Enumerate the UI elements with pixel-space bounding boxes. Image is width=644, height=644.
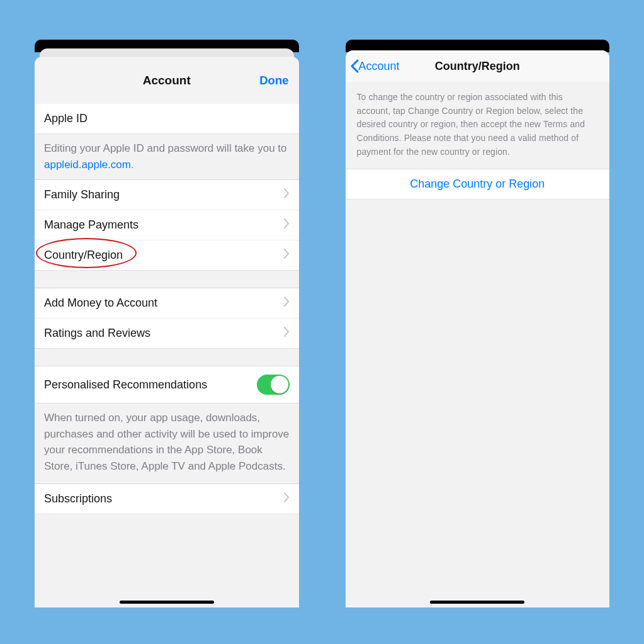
page-title: Country/Region bbox=[435, 60, 520, 73]
phone-account: Account Done Apple ID Editing your Apple… bbox=[35, 41, 299, 607]
chevron-left-icon bbox=[349, 59, 359, 73]
manage-payments-label: Manage Payments bbox=[44, 218, 138, 232]
phone-country-region: Account Country/Region To change the cou… bbox=[346, 41, 610, 607]
home-indicator[interactable] bbox=[120, 601, 214, 604]
nav-header: Account Country/Region bbox=[346, 50, 610, 82]
chevron-right-icon bbox=[284, 297, 290, 310]
modal-header: Account Done bbox=[35, 57, 299, 104]
family-sharing-row[interactable]: Family Sharing bbox=[35, 179, 299, 210]
subscriptions-label: Subscriptions bbox=[44, 492, 112, 506]
personalised-recs-row[interactable]: Personalised Recommendations bbox=[35, 366, 299, 404]
country-region-content: To change the country or region associat… bbox=[346, 82, 610, 607]
subscriptions-row[interactable]: Subscriptions bbox=[35, 483, 299, 514]
personalised-recs-toggle[interactable] bbox=[257, 375, 290, 395]
country-region-screen: Account Country/Region To change the cou… bbox=[346, 50, 610, 607]
back-button[interactable]: Account bbox=[349, 59, 400, 73]
apple-id-label: Apple ID bbox=[44, 112, 88, 125]
personalised-recs-description: When turned on, your app usage, download… bbox=[35, 404, 299, 482]
account-screen: Account Done Apple ID Editing your Apple… bbox=[35, 57, 299, 607]
personalised-recs-label: Personalised Recommendations bbox=[44, 378, 207, 392]
apple-id-link[interactable]: appleid.apple.com bbox=[44, 159, 131, 171]
ratings-reviews-label: Ratings and Reviews bbox=[44, 327, 150, 340]
add-money-row[interactable]: Add Money to Account bbox=[35, 288, 299, 319]
apple-id-footer: Editing your Apple ID and password will … bbox=[35, 134, 299, 180]
apple-id-row[interactable]: Apple ID bbox=[35, 104, 299, 134]
chevron-right-icon bbox=[284, 218, 290, 232]
chevron-right-icon bbox=[284, 249, 290, 262]
chevron-right-icon bbox=[284, 327, 290, 340]
add-money-label: Add Money to Account bbox=[44, 297, 157, 310]
manage-payments-row[interactable]: Manage Payments bbox=[35, 210, 299, 240]
toggle-knob bbox=[271, 376, 288, 393]
ratings-reviews-row[interactable]: Ratings and Reviews bbox=[35, 318, 299, 349]
chevron-right-icon bbox=[284, 492, 290, 506]
family-sharing-label: Family Sharing bbox=[44, 188, 120, 201]
country-region-info: To change the country or region associat… bbox=[346, 82, 610, 169]
back-label: Account bbox=[359, 60, 400, 73]
chevron-right-icon bbox=[284, 188, 290, 201]
done-button[interactable]: Done bbox=[259, 74, 288, 88]
country-region-row[interactable]: Country/Region bbox=[35, 240, 299, 271]
account-content: Apple ID Editing your Apple ID and passw… bbox=[35, 104, 299, 607]
page-title: Account bbox=[143, 74, 191, 88]
home-indicator[interactable] bbox=[430, 601, 524, 604]
change-country-region-button[interactable]: Change Country or Region bbox=[346, 169, 610, 200]
country-region-label: Country/Region bbox=[44, 249, 123, 262]
